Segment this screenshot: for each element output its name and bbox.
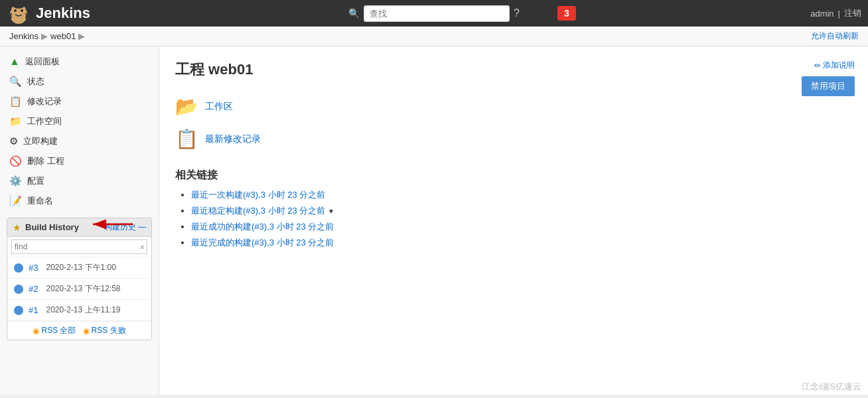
build-time-2: 2020-2-13 下午12:58 bbox=[46, 283, 120, 295]
sidebar: ▲ 返回面板 🔍 状态 📋 修改记录 📁 工作空间 ⚙ 立即构建 🚫 删除 工程 bbox=[0, 46, 159, 395]
build-time-3: 2020-2-13 下午1:00 bbox=[46, 262, 115, 273]
build-link-3[interactable]: #3 bbox=[29, 263, 38, 273]
related-link-item-0: 最近一次构建(#3),3 小时 23 分之前 bbox=[191, 189, 852, 201]
disable-project-btn[interactable]: 禁用项目 bbox=[802, 76, 855, 96]
content-area: ✏ 添加说明 禁用项目 工程 web01 📂 工作区 📋 最新修改记录 相关链接 bbox=[159, 46, 868, 395]
sidebar-label-build: 立即构建 bbox=[23, 135, 58, 147]
edit-icon: ✏ bbox=[814, 61, 821, 70]
search-input[interactable] bbox=[364, 5, 510, 22]
sidebar-item-changelog[interactable]: 📋 修改记录 bbox=[0, 92, 159, 111]
build-link-2[interactable]: #2 bbox=[29, 284, 38, 294]
add-description-label: 添加说明 bbox=[823, 60, 855, 71]
related-link-2[interactable]: 最近成功的构建(#3),3 小时 23 分之前 bbox=[191, 222, 334, 232]
sidebar-label-rename: 重命名 bbox=[27, 195, 53, 207]
workspace-link-item: 📂 工作区 bbox=[175, 96, 852, 117]
breadcrumb-home[interactable]: Jenkins bbox=[9, 31, 38, 41]
jenkins-logo-icon bbox=[7, 1, 31, 25]
breadcrumb-project[interactable]: web01 bbox=[50, 31, 76, 41]
rss-all-label: RSS 全部 bbox=[41, 325, 76, 336]
related-link-item-1: 最近稳定构建(#3),3 小时 23 分之前 ▼ bbox=[191, 205, 852, 217]
changelog-link[interactable]: 最新修改记录 bbox=[205, 133, 261, 145]
sidebar-label-back: 返回面板 bbox=[25, 56, 60, 68]
build-item-3: #3 2020-2-13 下午1:00 bbox=[7, 257, 151, 279]
search-icon: 🔍 bbox=[348, 8, 360, 19]
play-icon: ⚙ bbox=[9, 135, 18, 147]
notification-badge[interactable]: 3 bbox=[557, 6, 576, 21]
sidebar-item-build[interactable]: ⚙ 立即构建 bbox=[0, 131, 159, 151]
breadcrumb: Jenkins ▶ web01 ▶ 允许自动刷新 bbox=[0, 27, 868, 46]
header-user-area: admin | 注销 bbox=[810, 7, 861, 19]
rss-icon-all: ◉ bbox=[33, 326, 39, 336]
sidebar-item-workspace[interactable]: 📁 工作空间 bbox=[0, 111, 159, 131]
sidebar-item-delete[interactable]: 🚫 删除 工程 bbox=[0, 151, 159, 171]
bh-star-icon: ★ bbox=[13, 222, 21, 233]
build-link-1[interactable]: #1 bbox=[29, 305, 38, 315]
rss-fail-label: RSS 失败 bbox=[92, 325, 126, 336]
breadcrumb-sep2: ▶ bbox=[78, 31, 85, 41]
changelog-doc-icon: 📋 bbox=[175, 128, 198, 150]
build-status-icon-1 bbox=[14, 306, 23, 315]
search-clear-btn[interactable]: × bbox=[139, 242, 145, 252]
breadcrumb-sep1: ▶ bbox=[41, 31, 48, 41]
sidebar-label-changelog: 修改记录 bbox=[27, 96, 62, 107]
build-history-header: ★ Build History 构建历史 — bbox=[7, 218, 151, 237]
related-links-title: 相关链接 bbox=[175, 168, 852, 182]
rss-fail-link[interactable]: ◉ RSS 失败 bbox=[83, 325, 126, 336]
build-time-1: 2020-2-13 上午11:19 bbox=[46, 304, 120, 316]
auto-refresh-link[interactable]: 允许自动刷新 bbox=[811, 31, 859, 42]
build-status-icon-3 bbox=[14, 263, 23, 273]
content-links: 📂 工作区 📋 最新修改记录 bbox=[175, 96, 852, 150]
build-item-1: #1 2020-2-13 上午11:19 bbox=[7, 300, 151, 321]
sidebar-item-configure[interactable]: ⚙️ 配置 bbox=[0, 171, 159, 191]
page-title: 工程 web01 bbox=[175, 60, 852, 80]
logout-link[interactable]: 注销 bbox=[844, 7, 861, 19]
related-link-0[interactable]: 最近一次构建(#3),3 小时 23 分之前 bbox=[191, 190, 325, 200]
up-arrow-icon: ▲ bbox=[9, 56, 20, 68]
search-icon: 🔍 bbox=[9, 76, 22, 88]
sidebar-item-rename[interactable]: 📝 重命名 bbox=[0, 191, 159, 211]
sidebar-item-status[interactable]: 🔍 状态 bbox=[0, 72, 159, 92]
bh-history-link[interactable]: 构建历史 — bbox=[104, 222, 146, 233]
help-icon[interactable]: ? bbox=[514, 7, 520, 19]
related-links-list: 最近一次构建(#3),3 小时 23 分之前 最近稳定构建(#3),3 小时 2… bbox=[175, 189, 852, 249]
document-icon: 📋 bbox=[9, 96, 22, 107]
workspace-folder-icon: 📂 bbox=[175, 96, 198, 117]
delete-icon: 🚫 bbox=[9, 155, 22, 167]
sidebar-label-configure: 配置 bbox=[27, 175, 44, 187]
related-link-3[interactable]: 最近完成的构建(#3),3 小时 23 分之前 bbox=[191, 237, 334, 247]
logo-text: Jenkins bbox=[36, 5, 90, 22]
build-history-panel: ★ Build History 构建历史 — × #3 2020-2-13 下午… bbox=[7, 218, 152, 340]
svg-point-4 bbox=[13, 2, 25, 9]
workspace-link[interactable]: 工作区 bbox=[205, 101, 233, 113]
changelog-link-item: 📋 最新修改记录 bbox=[175, 128, 852, 150]
gear-icon: ⚙️ bbox=[9, 175, 22, 187]
related-link-item-2: 最近成功的构建(#3),3 小时 23 分之前 bbox=[191, 221, 852, 233]
sidebar-label-workspace: 工作空间 bbox=[27, 115, 62, 127]
related-link-1[interactable]: 最近稳定构建(#3),3 小时 23 分之前 bbox=[191, 206, 325, 216]
build-search-input[interactable] bbox=[11, 239, 147, 254]
svg-point-2 bbox=[14, 9, 17, 12]
header: Jenkins 3 🔍 ? admin | 注销 bbox=[0, 0, 868, 27]
header-search-area: 🔍 ? bbox=[348, 5, 520, 22]
divider: | bbox=[838, 9, 840, 19]
rss-icon-fail: ◉ bbox=[83, 326, 90, 336]
dropdown-arrow-icon: ▼ bbox=[328, 208, 334, 215]
sidebar-item-back[interactable]: ▲ 返回面板 bbox=[0, 52, 159, 72]
svg-point-3 bbox=[21, 9, 23, 12]
related-link-item-3: 最近完成的构建(#3),3 小时 23 分之前 bbox=[191, 237, 852, 249]
build-status-icon-2 bbox=[14, 285, 23, 294]
sidebar-label-delete: 删除 工程 bbox=[27, 155, 64, 167]
build-item-2: #2 2020-2-13 下午12:58 bbox=[7, 279, 151, 300]
rename-icon: 📝 bbox=[9, 195, 22, 207]
build-history-footer: ◉ RSS 全部 ◉ RSS 失败 bbox=[7, 321, 151, 340]
rss-all-link[interactable]: ◉ RSS 全部 bbox=[33, 325, 76, 336]
header-logo: Jenkins bbox=[7, 1, 90, 25]
add-description-link[interactable]: ✏ 添加说明 bbox=[814, 60, 855, 71]
top-actions: ✏ 添加说明 禁用项目 bbox=[802, 60, 855, 96]
folder-icon: 📁 bbox=[9, 115, 22, 127]
main-layout: ▲ 返回面板 🔍 状态 📋 修改记录 📁 工作空间 ⚙ 立即构建 🚫 删除 工程 bbox=[0, 46, 868, 395]
admin-link[interactable]: admin bbox=[810, 9, 833, 19]
related-links-section: 相关链接 最近一次构建(#3),3 小时 23 分之前 最近稳定构建(#3),3… bbox=[175, 168, 852, 249]
sidebar-label-status: 状态 bbox=[27, 76, 44, 88]
bh-title: Build History bbox=[25, 222, 100, 232]
